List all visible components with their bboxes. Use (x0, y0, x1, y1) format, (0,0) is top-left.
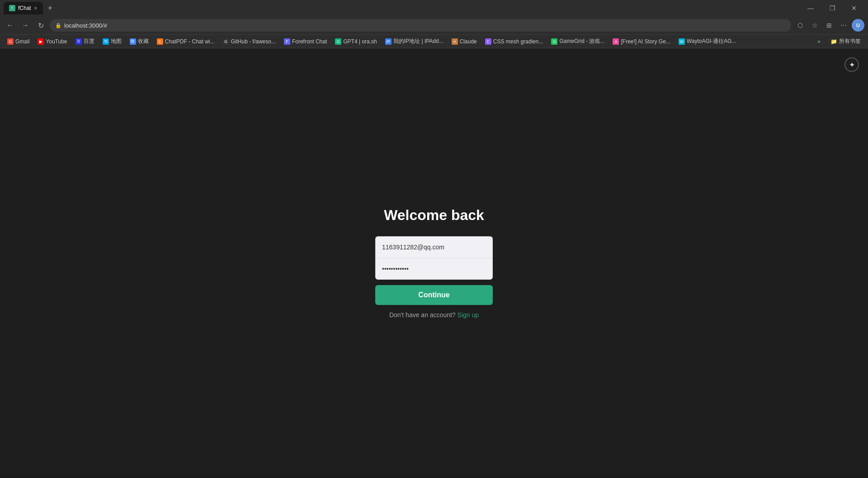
bookmark-claude[interactable]: A Claude (448, 37, 481, 46)
bookmark-github[interactable]: G GitHub - f/aweso... (219, 37, 279, 46)
more-tools-button[interactable]: ⋯ (837, 19, 850, 32)
minimize-button[interactable]: — (800, 0, 821, 16)
tab-title: fChat (18, 5, 31, 11)
bookmark-chatpdf[interactable]: C ChatPDF - Chat wi... (153, 37, 218, 46)
profile-button[interactable]: U (852, 19, 864, 32)
address-bar[interactable]: 🔒 localhost:3000/# (50, 19, 791, 32)
bookmark-waytoagi[interactable]: W WaytoAGI-通往AG... (675, 37, 740, 46)
signup-link[interactable]: Sign up (458, 311, 479, 319)
url-text: localhost:3000/# (64, 22, 786, 29)
chatpdf-favicon: C (157, 38, 163, 45)
email-input[interactable] (375, 236, 493, 258)
bookmark-forefront[interactable]: F Forefront Chat (280, 37, 330, 46)
claude-favicon: A (452, 38, 458, 45)
map-favicon: 地 (103, 38, 109, 45)
theme-toggle-button[interactable]: ✦ (844, 57, 859, 72)
extensions-button[interactable]: ⬡ (794, 19, 807, 32)
collections-button[interactable]: ⊞ (823, 19, 835, 32)
continue-button[interactable]: Continue (375, 285, 493, 305)
page-content: ✦ Welcome back Continue Don't have an ac… (0, 48, 868, 477)
toolbar-icons: ⬡ ☆ ⊞ ⋯ U (794, 19, 864, 32)
lock-icon: 🔒 (55, 23, 61, 28)
bookmarks-more-button[interactable]: » (814, 37, 824, 46)
aistory-favicon: A (613, 38, 619, 45)
forefront-favicon: F (284, 38, 290, 45)
active-tab[interactable]: f fChat × (4, 2, 43, 14)
tab-bar: f fChat × + — ❐ ✕ (0, 0, 868, 16)
waytoagi-favicon: W (679, 38, 685, 45)
save-favicon: 收 (130, 38, 136, 45)
back-button[interactable]: ← (4, 19, 16, 32)
favorites-button[interactable]: ☆ (808, 19, 821, 32)
browser-chrome: f fChat × + — ❐ ✕ ← → ↻ 🔒 localhost:3000… (0, 0, 868, 48)
login-title: Welcome back (384, 207, 484, 224)
gamegrid-favicon: G (551, 38, 557, 45)
bookmark-youtube[interactable]: ▶ YouTube (34, 37, 71, 46)
signup-row: Don't have an account? Sign up (375, 311, 493, 319)
password-input[interactable] (375, 258, 493, 280)
youtube-favicon: ▶ (38, 38, 44, 45)
bookmark-gpt4[interactable]: G GPT4 | ora.sh (331, 37, 380, 46)
no-account-text: Don't have an account? (389, 311, 456, 319)
gmail-favicon: G (7, 38, 14, 45)
window-controls: — ❐ ✕ (800, 0, 864, 16)
tab-favicon: f (9, 5, 15, 11)
reload-button[interactable]: ↻ (34, 19, 47, 32)
tab-list: f fChat × + (4, 0, 798, 16)
bookmark-baidu[interactable]: 百 百度 (72, 37, 98, 46)
forward-button[interactable]: → (19, 19, 32, 32)
css-favicon: C (485, 38, 491, 45)
bookmark-folder[interactable]: 📁 所有书签 (827, 37, 864, 46)
login-container: Welcome back Continue Don't have an acco… (321, 207, 547, 319)
bookmark-gmail[interactable]: G Gmail (4, 37, 33, 46)
gpt4-favicon: G (335, 38, 341, 45)
baidu-favicon: 百 (75, 38, 82, 45)
bookmark-css[interactable]: C CSS mesh gradien... (481, 37, 547, 46)
address-bar-row: ← → ↻ 🔒 localhost:3000/# ⬡ ☆ ⊞ ⋯ U (0, 16, 868, 34)
bookmark-save[interactable]: 收 收藏 (126, 37, 152, 46)
folder-icon: 📁 (830, 38, 837, 45)
close-button[interactable]: ✕ (844, 0, 864, 16)
login-form: Continue Don't have an account? Sign up (375, 236, 493, 319)
myip-favicon: IP (385, 38, 392, 45)
bookmark-map[interactable]: 地 地图 (99, 37, 125, 46)
bookmark-aistory[interactable]: A [Free!] AI Story Ge... (609, 37, 674, 46)
github-favicon: G (223, 38, 229, 45)
new-tab-button[interactable]: + (44, 2, 57, 14)
bookmark-myip[interactable]: IP 我的IP地址 | IPAdd... (382, 37, 447, 46)
bookmarks-bar: G Gmail ▶ YouTube 百 百度 地 地图 收 收藏 C ChatP… (0, 34, 868, 48)
theme-toggle-icon: ✦ (849, 61, 855, 69)
maximize-button[interactable]: ❐ (822, 0, 843, 16)
tab-close-icon[interactable]: × (34, 5, 38, 11)
bookmark-gamegrid[interactable]: G GameGrid - 游戏... (547, 37, 608, 46)
